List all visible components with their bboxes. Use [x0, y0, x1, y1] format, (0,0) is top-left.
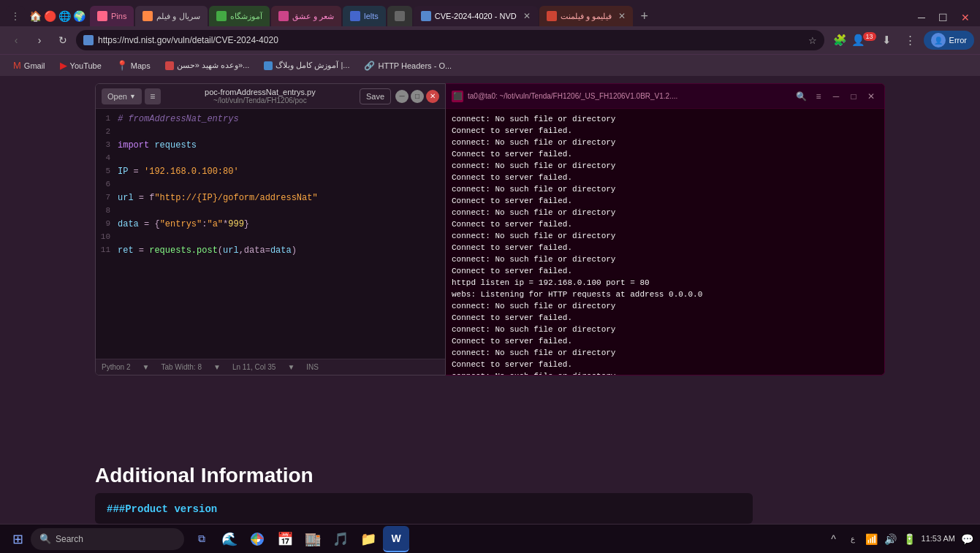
terminal-menu-btn[interactable]: ≡: [811, 89, 826, 104]
editor-save-button[interactable]: Save: [360, 88, 391, 104]
maximize-window[interactable]: ☐: [934, 10, 952, 25]
taskbar-file-explorer[interactable]: 📁: [355, 526, 381, 552]
main-content: Open ▼ ≡ poc-fromAddressNat_entrys.py ~/…: [0, 76, 980, 524]
editor-close-btn[interactable]: ✕: [426, 90, 439, 103]
taskbar-task-view[interactable]: ⧉: [189, 526, 215, 552]
python-version-status[interactable]: Python 2: [102, 363, 130, 371]
terminal-title: ta0@ta0: ~/lot/vuln/Tenda/FH1206/_US_FH1…: [468, 92, 789, 100]
code-line-1: 1 # fromAddressNat_entrys: [96, 113, 445, 126]
extensions-icon[interactable]: 🧩: [830, 30, 851, 50]
dropdown-arrow-icon: ▼: [129, 93, 136, 100]
forward-button[interactable]: ›: [29, 30, 50, 50]
taskbar-search-box[interactable]: 🔍 Search: [31, 528, 184, 550]
tab-ielts[interactable]: Ielts: [343, 6, 386, 26]
systray-battery[interactable]: 🔋: [903, 532, 917, 546]
bookmark-star-icon[interactable]: ☆: [808, 35, 817, 46]
editor-maximize-btn[interactable]: □: [411, 90, 424, 103]
terminal-line: Connect to server failed.: [452, 218, 878, 230]
code-line-6: 6: [96, 179, 445, 192]
terminal-line: Connect to server failed.: [452, 195, 878, 207]
editor-window-controls: ─ □ ✕: [395, 90, 439, 103]
terminal-line: connect: No such file or directory: [452, 370, 878, 375]
terminal-line: connect: No such file or directory: [452, 300, 878, 312]
tab-cve-active[interactable]: CVE-2024-4020 - NVD ✕: [414, 6, 538, 26]
terminal-line: connect: No such file or directory: [452, 253, 878, 265]
windows-logo-icon: ⊞: [12, 531, 23, 547]
additional-information-title: Additional Information: [95, 464, 885, 487]
editor-statusbar: Python 2 ▼ Tab Width: 8 ▼ Ln 11, Col 35 …: [96, 359, 445, 375]
close-window[interactable]: ✕: [957, 10, 974, 25]
systray-chevron[interactable]: ^: [827, 532, 841, 546]
bookmark-http-headers[interactable]: 🔗 HTTP Headers - O...: [358, 58, 457, 74]
bookmark-amoozesh[interactable]: آموزش کامل وبلاگ |...: [258, 58, 355, 74]
terminal-line: Connect to server failed.: [452, 265, 878, 277]
active-tab-close[interactable]: ✕: [523, 11, 531, 21]
terminal-close-btn[interactable]: ✕: [864, 89, 878, 104]
tab-wordpad[interactable]: [387, 6, 412, 26]
terminal-line: connect: No such file or directory: [452, 324, 878, 335]
terminal-maximize-btn[interactable]: □: [846, 89, 861, 104]
systray-clock[interactable]: 11:53 AM: [922, 533, 955, 544]
code-line-11: 11 ret = requests.post(url,data=data): [96, 245, 445, 258]
refresh-button[interactable]: ↻: [53, 30, 73, 50]
systray-sound[interactable]: 🔊: [884, 532, 898, 546]
start-button[interactable]: ⊞: [6, 527, 29, 551]
address-bar[interactable]: https://nvd.nist.gov/vuln/detail/CVE-202…: [76, 30, 824, 50]
new-tab-button[interactable]: +: [634, 6, 655, 26]
tab-filimo[interactable]: فیلیمو و فیلمنت ✕: [539, 6, 633, 26]
tab-bar: ⋮ 🏠 🔴 🌐 🌍 Pins سریال و فیلم آموزشگاه شعر…: [0, 0, 980, 26]
bookmark-gmail[interactable]: M Gmail: [7, 58, 51, 74]
toolbar-actions: 🧩 👤 13 ⬇ ⋮ 👤 Error: [830, 30, 974, 50]
editor-open-button[interactable]: Open ▼: [102, 88, 142, 104]
tab-amoozeshgah[interactable]: آموزشگاه: [209, 6, 270, 26]
filimo-tab-close[interactable]: ✕: [618, 11, 626, 21]
editor-body[interactable]: 1 # fromAddressNat_entrys 2 3 import req…: [96, 109, 445, 359]
tab-serial-film[interactable]: سریال و فیلم: [135, 6, 207, 26]
taskbar-word[interactable]: W: [383, 526, 409, 552]
terminal-line: Connect to server failed.: [452, 359, 878, 370]
profile-notifications-icon[interactable]: 👤 13: [854, 30, 874, 50]
browser-settings-icon[interactable]: ⋮: [900, 30, 921, 50]
systray-language[interactable]: ع: [846, 532, 860, 546]
editor-minimize-btn[interactable]: ─: [395, 90, 409, 103]
terminal-line: connect: No such file or directory: [452, 230, 878, 242]
terminal-line: Connect to server failed.: [452, 172, 878, 183]
taskbar-spotify[interactable]: 🎵: [327, 526, 354, 552]
systray-notifications[interactable]: 💬: [960, 532, 974, 546]
back-button[interactable]: ‹: [6, 30, 26, 50]
tab-sher-eshgh[interactable]: شعر و عشق: [271, 6, 341, 26]
browser-chrome: ⋮ 🏠 🔴 🌐 🌍 Pins سریال و فیلم آموزشگاه شعر…: [0, 0, 980, 76]
screenshots-area: Open ▼ ≡ poc-fromAddressNat_entrys.py ~/…: [95, 83, 885, 375]
bookmark-youtube[interactable]: ▶ YouTube: [54, 58, 107, 74]
site-favicon: [83, 35, 94, 45]
systray-network[interactable]: 📶: [865, 532, 879, 546]
tab-width-status[interactable]: Tab Width: 8: [161, 363, 202, 371]
taskbar-calendar[interactable]: 📅: [272, 526, 298, 552]
terminal-line: connect: No such file or directory: [452, 160, 878, 172]
code-line-3: 3 import requests: [96, 140, 445, 153]
download-icon[interactable]: ⬇: [877, 30, 897, 50]
terminal-search-btn[interactable]: 🔍: [794, 89, 808, 104]
terminal-body[interactable]: connect: No such file or directory Conne…: [446, 109, 884, 375]
bookmark-maps[interactable]: 📍 Maps: [110, 58, 156, 74]
dropdown-arrow-tab: ▼: [213, 363, 221, 371]
profile-button[interactable]: 👤 Error: [924, 31, 974, 50]
bookmark-vaade[interactable]: وعده شهید «حسن»...: [159, 58, 256, 74]
taskbar-store[interactable]: 🏬: [300, 526, 326, 552]
terminal-line: Connect to server failed.: [452, 125, 878, 137]
terminal-line: Connect to server failed.: [452, 312, 878, 324]
taskbar-chrome[interactable]: [244, 526, 270, 552]
code-line-8: 8: [96, 205, 445, 218]
terminal-line: connect: No such file or directory: [452, 183, 878, 195]
taskbar-systray: ^ ع 📶 🔊 🔋 11:53 AM 💬: [827, 532, 974, 546]
minimize-window[interactable]: ─: [913, 10, 930, 25]
taskbar-edge[interactable]: 🌊: [216, 526, 243, 552]
terminal-httpd: httpd listen ip = 192.168.0.100 port = 8…: [452, 277, 878, 289]
terminal-line: connect: No such file or directory: [452, 137, 878, 148]
product-version-label: ###Product version: [107, 503, 217, 515]
editor-toggle-button[interactable]: ≡: [145, 88, 161, 104]
terminal-line: connect: No such file or directory: [452, 347, 878, 359]
tab-pins[interactable]: Pins: [90, 6, 134, 26]
terminal-minimize-btn[interactable]: ─: [829, 89, 843, 104]
tab-overflow[interactable]: ⋮: [6, 6, 25, 26]
